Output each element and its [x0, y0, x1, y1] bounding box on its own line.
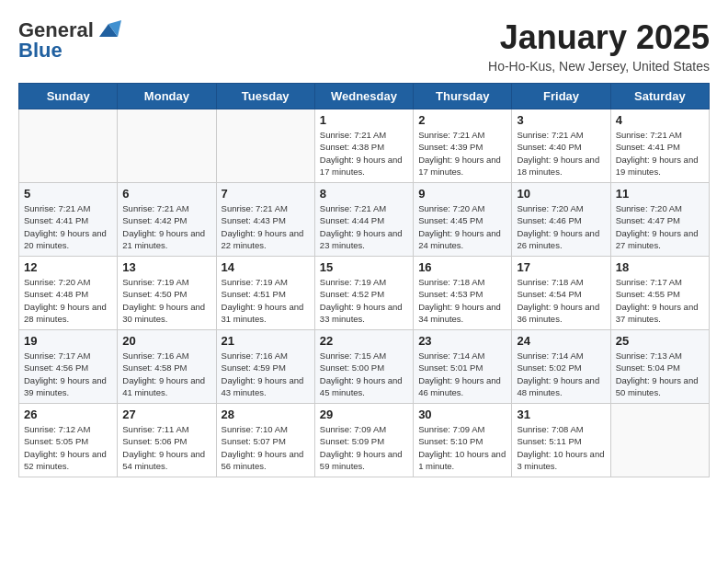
day-info: Sunrise: 7:20 AM Sunset: 4:47 PM Dayligh… [616, 202, 704, 251]
day-info: Sunrise: 7:14 AM Sunset: 5:02 PM Dayligh… [517, 350, 605, 398]
day-cell: 17Sunrise: 7:18 AM Sunset: 4:54 PM Dayli… [512, 257, 610, 330]
day-cell: 26Sunrise: 7:12 AM Sunset: 5:05 PM Dayli… [19, 404, 118, 477]
day-number: 7 [222, 187, 310, 201]
day-info: Sunrise: 7:17 AM Sunset: 4:55 PM Dayligh… [616, 276, 704, 325]
day-number: 22 [320, 334, 408, 348]
day-number: 1 [320, 113, 408, 127]
day-info: Sunrise: 7:08 AM Sunset: 5:11 PM Dayligh… [517, 423, 605, 472]
day-info: Sunrise: 7:21 AM Sunset: 4:44 PM Dayligh… [320, 202, 408, 251]
day-number: 11 [616, 187, 704, 201]
day-info: Sunrise: 7:21 AM Sunset: 4:40 PM Dayligh… [517, 129, 605, 178]
week-row-1: 1Sunrise: 7:21 AM Sunset: 4:38 PM Daylig… [19, 109, 710, 183]
day-number: 26 [24, 408, 112, 421]
day-info: Sunrise: 7:20 AM Sunset: 4:48 PM Dayligh… [24, 276, 112, 325]
day-number: 30 [418, 408, 506, 421]
day-info: Sunrise: 7:19 AM Sunset: 4:51 PM Dayligh… [222, 276, 310, 325]
day-info: Sunrise: 7:09 AM Sunset: 5:09 PM Dayligh… [320, 423, 408, 472]
day-cell: 21Sunrise: 7:16 AM Sunset: 4:59 PM Dayli… [216, 330, 314, 404]
day-cell: 5Sunrise: 7:21 AM Sunset: 4:41 PM Daylig… [19, 183, 118, 257]
column-header-wednesday: Wednesday [314, 84, 413, 109]
day-info: Sunrise: 7:20 AM Sunset: 4:45 PM Dayligh… [418, 202, 506, 251]
day-info: Sunrise: 7:13 AM Sunset: 5:04 PM Dayligh… [616, 350, 704, 398]
day-number: 21 [222, 334, 310, 348]
day-cell: 30Sunrise: 7:09 AM Sunset: 5:10 PM Dayli… [414, 404, 512, 477]
column-header-thursday: Thursday [414, 84, 512, 109]
day-cell [610, 404, 709, 477]
logo-blue-text: Blue [18, 39, 63, 63]
day-cell: 22Sunrise: 7:15 AM Sunset: 5:00 PM Dayli… [314, 330, 413, 404]
column-header-friday: Friday [512, 84, 610, 109]
column-header-monday: Monday [118, 84, 216, 109]
day-number: 20 [122, 334, 210, 348]
day-info: Sunrise: 7:16 AM Sunset: 4:59 PM Dayligh… [222, 350, 310, 398]
week-row-5: 26Sunrise: 7:12 AM Sunset: 5:05 PM Dayli… [19, 404, 710, 477]
day-cell: 27Sunrise: 7:11 AM Sunset: 5:06 PM Dayli… [118, 404, 216, 477]
day-cell: 31Sunrise: 7:08 AM Sunset: 5:11 PM Dayli… [512, 404, 610, 477]
day-cell: 2Sunrise: 7:21 AM Sunset: 4:39 PM Daylig… [414, 109, 512, 183]
day-info: Sunrise: 7:18 AM Sunset: 4:53 PM Dayligh… [418, 276, 506, 325]
day-number: 29 [320, 408, 408, 421]
day-number: 13 [122, 260, 210, 274]
month-title: January 2025 [488, 18, 710, 57]
day-info: Sunrise: 7:21 AM Sunset: 4:38 PM Dayligh… [320, 129, 408, 178]
calendar: SundayMondayTuesdayWednesdayThursdayFrid… [18, 83, 710, 477]
day-cell: 29Sunrise: 7:09 AM Sunset: 5:09 PM Dayli… [314, 404, 413, 477]
title-section: January 2025 Ho-Ho-Kus, New Jersey, Unit… [488, 18, 710, 74]
day-info: Sunrise: 7:21 AM Sunset: 4:42 PM Dayligh… [122, 202, 210, 251]
day-info: Sunrise: 7:21 AM Sunset: 4:39 PM Dayligh… [418, 129, 506, 178]
day-number: 23 [418, 334, 506, 348]
logo: General Blue [18, 18, 121, 63]
day-cell: 19Sunrise: 7:17 AM Sunset: 4:56 PM Dayli… [19, 330, 118, 404]
day-number: 19 [24, 334, 112, 348]
day-info: Sunrise: 7:12 AM Sunset: 5:05 PM Dayligh… [24, 423, 112, 472]
day-number: 12 [24, 260, 112, 274]
day-number: 15 [320, 260, 408, 274]
day-number: 25 [616, 334, 704, 348]
day-info: Sunrise: 7:18 AM Sunset: 4:54 PM Dayligh… [517, 276, 605, 325]
day-number: 5 [24, 187, 112, 201]
day-cell: 14Sunrise: 7:19 AM Sunset: 4:51 PM Dayli… [216, 257, 314, 330]
day-cell: 4Sunrise: 7:21 AM Sunset: 4:41 PM Daylig… [610, 109, 709, 183]
day-cell: 7Sunrise: 7:21 AM Sunset: 4:43 PM Daylig… [216, 183, 314, 257]
day-cell: 20Sunrise: 7:16 AM Sunset: 4:58 PM Dayli… [118, 330, 216, 404]
day-number: 8 [320, 187, 408, 201]
day-number: 3 [517, 113, 605, 127]
day-number: 16 [418, 260, 506, 274]
column-header-saturday: Saturday [610, 84, 709, 109]
day-number: 4 [616, 113, 704, 127]
week-row-2: 5Sunrise: 7:21 AM Sunset: 4:41 PM Daylig… [19, 183, 710, 257]
logo-icon [96, 20, 121, 40]
day-info: Sunrise: 7:20 AM Sunset: 4:46 PM Dayligh… [517, 202, 605, 251]
day-cell: 1Sunrise: 7:21 AM Sunset: 4:38 PM Daylig… [314, 109, 413, 183]
day-cell: 16Sunrise: 7:18 AM Sunset: 4:53 PM Dayli… [414, 257, 512, 330]
day-number: 27 [122, 408, 210, 421]
day-cell [216, 109, 314, 183]
week-row-4: 19Sunrise: 7:17 AM Sunset: 4:56 PM Dayli… [19, 330, 710, 404]
day-number: 6 [122, 187, 210, 201]
day-number: 31 [517, 408, 605, 421]
day-number: 17 [517, 260, 605, 274]
day-info: Sunrise: 7:11 AM Sunset: 5:06 PM Dayligh… [122, 423, 210, 472]
day-info: Sunrise: 7:19 AM Sunset: 4:52 PM Dayligh… [320, 276, 408, 325]
day-cell: 8Sunrise: 7:21 AM Sunset: 4:44 PM Daylig… [314, 183, 413, 257]
page: General Blue January 2025 Ho-Ho-Kus, New… [0, 0, 728, 487]
header-row: SundayMondayTuesdayWednesdayThursdayFrid… [19, 84, 710, 109]
day-info: Sunrise: 7:17 AM Sunset: 4:56 PM Dayligh… [24, 350, 112, 398]
day-info: Sunrise: 7:10 AM Sunset: 5:07 PM Dayligh… [222, 423, 310, 472]
day-number: 10 [517, 187, 605, 201]
day-number: 14 [222, 260, 310, 274]
day-cell: 15Sunrise: 7:19 AM Sunset: 4:52 PM Dayli… [314, 257, 413, 330]
day-cell: 23Sunrise: 7:14 AM Sunset: 5:01 PM Dayli… [414, 330, 512, 404]
week-row-3: 12Sunrise: 7:20 AM Sunset: 4:48 PM Dayli… [19, 257, 710, 330]
day-info: Sunrise: 7:09 AM Sunset: 5:10 PM Dayligh… [418, 423, 506, 472]
day-cell [19, 109, 118, 183]
location: Ho-Ho-Kus, New Jersey, United States [488, 59, 710, 74]
day-cell: 3Sunrise: 7:21 AM Sunset: 4:40 PM Daylig… [512, 109, 610, 183]
day-info: Sunrise: 7:21 AM Sunset: 4:41 PM Dayligh… [616, 129, 704, 178]
day-info: Sunrise: 7:16 AM Sunset: 4:58 PM Dayligh… [122, 350, 210, 398]
day-info: Sunrise: 7:14 AM Sunset: 5:01 PM Dayligh… [418, 350, 506, 398]
day-number: 24 [517, 334, 605, 348]
day-cell [118, 109, 216, 183]
day-cell: 11Sunrise: 7:20 AM Sunset: 4:47 PM Dayli… [610, 183, 709, 257]
day-number: 28 [222, 408, 310, 421]
